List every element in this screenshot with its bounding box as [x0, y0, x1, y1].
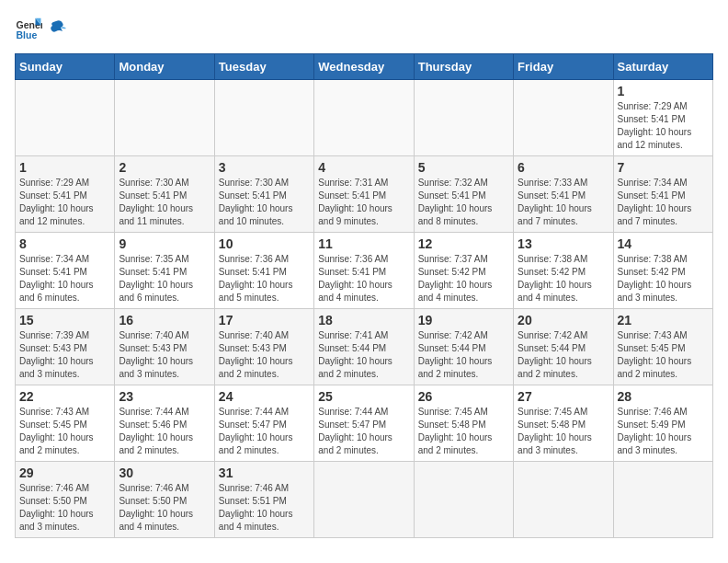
day-number: 22 [19, 389, 110, 404]
calendar-cell: 6Sunrise: 7:33 AM Sunset: 5:41 PM Daylig… [514, 156, 613, 233]
day-detail: Sunrise: 7:30 AM Sunset: 5:41 PM Dayligh… [119, 177, 210, 228]
day-detail: Sunrise: 7:30 AM Sunset: 5:41 PM Dayligh… [219, 177, 310, 228]
calendar-cell: 15Sunrise: 7:39 AM Sunset: 5:43 PM Dayli… [16, 309, 115, 385]
day-detail: Sunrise: 7:45 AM Sunset: 5:48 PM Dayligh… [518, 406, 609, 457]
day-detail: Sunrise: 7:31 AM Sunset: 5:41 PM Dayligh… [318, 177, 409, 228]
calendar-cell: 22Sunrise: 7:43 AM Sunset: 5:45 PM Dayli… [16, 385, 115, 462]
calendar-cell: 27Sunrise: 7:45 AM Sunset: 5:48 PM Dayli… [514, 385, 613, 462]
header-thursday: Thursday [414, 54, 513, 80]
calendar-cell: 11Sunrise: 7:36 AM Sunset: 5:41 PM Dayli… [314, 233, 414, 309]
day-number: 21 [618, 313, 709, 327]
day-number: 9 [119, 236, 210, 251]
day-detail: Sunrise: 7:35 AM Sunset: 5:41 PM Dayligh… [119, 253, 210, 304]
calendar-cell: 4Sunrise: 7:31 AM Sunset: 5:41 PM Daylig… [314, 156, 414, 233]
calendar-week-5: 29Sunrise: 7:46 AM Sunset: 5:50 PM Dayli… [16, 462, 713, 538]
calendar-cell: 24Sunrise: 7:44 AM Sunset: 5:47 PM Dayli… [214, 385, 313, 462]
day-detail: Sunrise: 7:40 AM Sunset: 5:43 PM Dayligh… [119, 329, 210, 381]
calendar-body: 1Sunrise: 7:29 AM Sunset: 5:41 PM Daylig… [16, 80, 713, 538]
day-detail: Sunrise: 7:44 AM Sunset: 5:46 PM Dayligh… [119, 406, 210, 457]
day-number: 16 [119, 313, 210, 327]
calendar-header: SundayMondayTuesdayWednesdayThursdayFrid… [16, 54, 713, 80]
day-detail: Sunrise: 7:34 AM Sunset: 5:41 PM Dayligh… [19, 253, 110, 304]
day-number: 15 [19, 313, 110, 327]
calendar-cell: 12Sunrise: 7:37 AM Sunset: 5:42 PM Dayli… [414, 233, 513, 309]
calendar-week-1: 1Sunrise: 7:29 AM Sunset: 5:41 PM Daylig… [16, 156, 713, 233]
calendar-cell: 28Sunrise: 7:46 AM Sunset: 5:49 PM Dayli… [613, 385, 712, 462]
day-number: 3 [219, 160, 310, 175]
calendar-cell: 25Sunrise: 7:44 AM Sunset: 5:47 PM Dayli… [314, 385, 414, 462]
calendar-cell: 18Sunrise: 7:41 AM Sunset: 5:44 PM Dayli… [314, 309, 414, 385]
calendar-cell [16, 80, 115, 156]
calendar-cell: 20Sunrise: 7:42 AM Sunset: 5:44 PM Dayli… [514, 309, 613, 385]
svg-text:Blue: Blue [17, 29, 38, 40]
day-number: 12 [418, 236, 509, 251]
calendar-cell: 9Sunrise: 7:35 AM Sunset: 5:41 PM Daylig… [115, 233, 214, 309]
header-wednesday: Wednesday [314, 54, 414, 80]
day-number: 26 [418, 389, 509, 404]
calendar-cell: 10Sunrise: 7:36 AM Sunset: 5:41 PM Dayli… [214, 233, 313, 309]
day-number: 25 [318, 389, 409, 404]
calendar-cell [514, 80, 613, 156]
header-row: SundayMondayTuesdayWednesdayThursdayFrid… [16, 54, 713, 80]
day-number: 4 [318, 160, 409, 175]
calendar-cell [314, 462, 414, 538]
day-number: 5 [418, 160, 509, 175]
day-detail: Sunrise: 7:46 AM Sunset: 5:51 PM Dayligh… [219, 482, 310, 534]
day-number: 2 [119, 160, 210, 175]
day-detail: Sunrise: 7:29 AM Sunset: 5:41 PM Dayligh… [19, 177, 110, 228]
logo-icon: General Blue [15, 15, 42, 42]
day-detail: Sunrise: 7:29 AM Sunset: 5:41 PM Dayligh… [618, 100, 709, 152]
calendar-cell [514, 462, 613, 538]
logo: General Blue [15, 15, 66, 42]
calendar-week-3: 15Sunrise: 7:39 AM Sunset: 5:43 PM Dayli… [16, 309, 713, 385]
calendar-week-0: 1Sunrise: 7:29 AM Sunset: 5:41 PM Daylig… [16, 80, 713, 156]
day-number: 1 [19, 160, 110, 175]
day-number: 14 [618, 236, 709, 251]
day-detail: Sunrise: 7:46 AM Sunset: 5:50 PM Dayligh… [19, 482, 110, 534]
calendar-cell: 2Sunrise: 7:30 AM Sunset: 5:41 PM Daylig… [115, 156, 214, 233]
calendar-cell: 19Sunrise: 7:42 AM Sunset: 5:44 PM Dayli… [414, 309, 513, 385]
day-detail: Sunrise: 7:34 AM Sunset: 5:41 PM Dayligh… [618, 177, 709, 228]
day-number: 7 [618, 160, 709, 175]
day-detail: Sunrise: 7:38 AM Sunset: 5:42 PM Dayligh… [618, 253, 709, 304]
calendar-cell: 16Sunrise: 7:40 AM Sunset: 5:43 PM Dayli… [115, 309, 214, 385]
logo-bird-icon [46, 18, 66, 39]
calendar-cell: 26Sunrise: 7:45 AM Sunset: 5:48 PM Dayli… [414, 385, 513, 462]
day-number: 20 [518, 313, 609, 327]
day-detail: Sunrise: 7:42 AM Sunset: 5:44 PM Dayligh… [518, 329, 609, 381]
day-number: 18 [318, 313, 409, 327]
day-number: 28 [618, 389, 709, 404]
calendar-cell: 30Sunrise: 7:46 AM Sunset: 5:50 PM Dayli… [115, 462, 214, 538]
day-detail: Sunrise: 7:46 AM Sunset: 5:49 PM Dayligh… [618, 406, 709, 457]
day-detail: Sunrise: 7:41 AM Sunset: 5:44 PM Dayligh… [318, 329, 409, 381]
calendar-cell: 1Sunrise: 7:29 AM Sunset: 5:41 PM Daylig… [613, 80, 712, 156]
day-detail: Sunrise: 7:44 AM Sunset: 5:47 PM Dayligh… [219, 406, 310, 457]
day-number: 8 [19, 236, 110, 251]
calendar-cell: 21Sunrise: 7:43 AM Sunset: 5:45 PM Dayli… [613, 309, 712, 385]
day-number: 11 [318, 236, 409, 251]
calendar-cell [613, 462, 712, 538]
calendar-cell [414, 80, 513, 156]
day-detail: Sunrise: 7:36 AM Sunset: 5:41 PM Dayligh… [219, 253, 310, 304]
day-number: 6 [518, 160, 609, 175]
calendar-cell: 14Sunrise: 7:38 AM Sunset: 5:42 PM Dayli… [613, 233, 712, 309]
day-number: 1 [618, 84, 709, 98]
calendar-cell: 13Sunrise: 7:38 AM Sunset: 5:42 PM Dayli… [514, 233, 613, 309]
day-detail: Sunrise: 7:45 AM Sunset: 5:48 PM Dayligh… [418, 406, 509, 457]
day-number: 19 [418, 313, 509, 327]
calendar-cell: 1Sunrise: 7:29 AM Sunset: 5:41 PM Daylig… [16, 156, 115, 233]
calendar-cell: 3Sunrise: 7:30 AM Sunset: 5:41 PM Daylig… [214, 156, 313, 233]
header-monday: Monday [115, 54, 214, 80]
calendar-week-4: 22Sunrise: 7:43 AM Sunset: 5:45 PM Dayli… [16, 385, 713, 462]
header-saturday: Saturday [613, 54, 712, 80]
calendar-cell [214, 80, 313, 156]
calendar-cell: 5Sunrise: 7:32 AM Sunset: 5:41 PM Daylig… [414, 156, 513, 233]
calendar-cell: 8Sunrise: 7:34 AM Sunset: 5:41 PM Daylig… [16, 233, 115, 309]
day-number: 31 [219, 465, 310, 480]
day-detail: Sunrise: 7:37 AM Sunset: 5:42 PM Dayligh… [418, 253, 509, 304]
day-detail: Sunrise: 7:39 AM Sunset: 5:43 PM Dayligh… [19, 329, 110, 381]
day-number: 27 [518, 389, 609, 404]
day-detail: Sunrise: 7:40 AM Sunset: 5:43 PM Dayligh… [219, 329, 310, 381]
day-number: 17 [219, 313, 310, 327]
calendar-cell: 23Sunrise: 7:44 AM Sunset: 5:46 PM Dayli… [115, 385, 214, 462]
